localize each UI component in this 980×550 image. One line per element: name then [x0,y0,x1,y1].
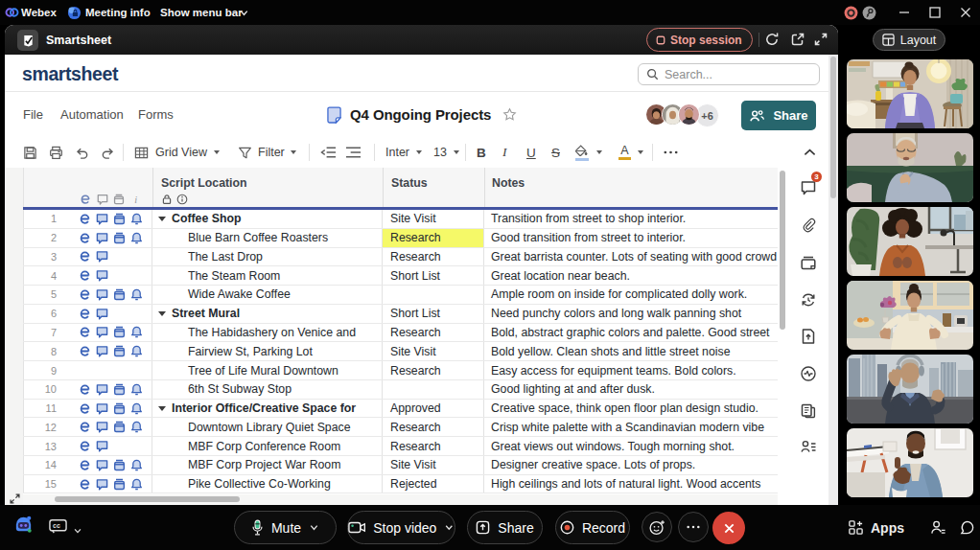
grid-row[interactable]: 5Wide Awake CoffeeAmple room on inside f… [23,286,778,305]
row-number[interactable]: 8 [23,342,73,360]
cell-status[interactable]: Research [382,361,483,379]
participant-video-p5[interactable] [847,355,973,424]
cell-script-location[interactable]: Pike Collective Co-Working [152,475,382,493]
publish-rail-icon[interactable] [800,328,817,345]
closed-captions-button[interactable] [49,518,67,538]
share-screen-button[interactable]: Share [467,511,543,544]
cell-status[interactable]: Research [382,418,483,436]
captions-chevron-icon[interactable] [73,522,82,539]
cell-script-location[interactable]: MBF Corp Project War Room [152,456,382,474]
row-number[interactable]: 9 [23,361,73,379]
strikethrough-button[interactable]: S [551,137,560,168]
comment-row-icon[interactable] [96,402,108,415]
proofs-rail-icon[interactable] [800,254,817,271]
grid-row[interactable]: 2Blue Barn Coffee RoastersResearchGood t… [23,229,778,248]
cell-script-location[interactable]: The Last Drop [152,248,382,266]
redo-button[interactable] [101,137,115,168]
font-color-button[interactable]: A [618,137,631,168]
cell-script-location[interactable]: Interior Office/Creative Space for [152,400,382,418]
cell-script-location[interactable]: MBF Corp Conference Room [152,437,382,455]
grid-row[interactable]: 14MBF Corp Project War RoomSite VisitDes… [23,456,778,475]
bell-row-icon[interactable] [130,402,143,415]
clip-row-icon[interactable] [79,421,91,433]
comment-row-icon[interactable] [96,250,108,263]
row-number[interactable]: 6 [23,305,73,323]
proof-column-icon[interactable] [113,194,125,205]
webex-menu[interactable]: Webex [21,0,57,25]
cell-notes[interactable]: Great views out windows. Tough morning s… [483,437,778,455]
clip-row-icon[interactable] [79,440,91,452]
comment-row-icon[interactable] [96,383,108,396]
column-header-primary[interactable]: Script Location [161,176,247,190]
comment-row-icon[interactable] [96,269,108,282]
box-row-icon[interactable] [113,326,126,338]
row-number[interactable]: 2 [23,229,73,247]
fill-color-button[interactable] [574,137,589,168]
search-input[interactable]: Search... [638,63,820,85]
cell-status[interactable]: Approved [382,400,483,418]
apps-button[interactable]: Apps [848,505,904,550]
clip-row-icon[interactable] [79,402,91,415]
comment-row-icon[interactable] [96,288,108,301]
underline-button[interactable]: U [526,137,536,168]
video-options-chevron-icon[interactable] [444,522,455,533]
minimize-button[interactable] [898,0,910,25]
cell-notes[interactable]: Good transition from street to interior. [483,229,778,247]
cell-status[interactable] [382,380,483,399]
refresh-button[interactable] [764,32,781,48]
row-number[interactable]: 7 [23,324,73,342]
collaborator-avatars[interactable]: +6 [645,103,719,126]
contacts-rail-icon[interactable] [800,438,817,455]
bold-button[interactable]: B [477,137,486,168]
bell-row-icon[interactable] [130,345,143,357]
grid-vertical-scrollbar[interactable] [780,171,785,330]
cell-status[interactable]: Site Visit [382,342,483,360]
reactions-button[interactable] [642,512,672,542]
meeting-info-menu[interactable]: Meeting info [85,0,151,25]
cell-notes[interactable]: Good lighting at and after dusk. [483,380,778,399]
cell-status[interactable]: Research [382,324,483,342]
chat-button[interactable] [959,505,975,550]
open-external-button[interactable] [790,32,806,48]
share-button[interactable]: Share [741,101,816,130]
attachment-column-icon[interactable] [80,194,91,205]
cell-notes[interactable]: Great location near beach. [483,266,778,285]
bell-row-icon[interactable] [130,232,143,244]
collapse-triangle-icon[interactable] [158,217,166,221]
font-selector[interactable]: Inter [385,137,422,168]
cell-notes[interactable]: Creative space, think open floor plan de… [483,400,778,418]
cell-notes[interactable]: Bold yellow. Clean shots and little stre… [483,342,778,360]
cell-script-location[interactable]: Street Mural [152,305,382,323]
cell-script-location[interactable]: 6th St Subway Stop [152,380,382,399]
column-header-notes[interactable]: Notes [492,176,525,190]
row-number[interactable]: 14 [23,456,73,474]
collapse-triangle-icon[interactable] [158,406,166,411]
row-number[interactable]: 12 [23,418,73,436]
grid-row[interactable]: 13MBF Corp Conference RoomResearchGreat … [23,437,778,456]
clip-row-icon[interactable] [79,326,91,338]
box-row-icon[interactable] [113,383,126,396]
stop-session-button[interactable]: Stop session [646,28,753,52]
box-row-icon[interactable] [113,288,126,301]
menu-file[interactable]: File [23,92,43,137]
info-column-icon[interactable] [130,194,142,205]
bell-row-icon[interactable] [130,421,143,433]
row-number[interactable]: 13 [23,437,73,455]
bell-row-icon[interactable] [130,478,143,491]
row-number[interactable]: 3 [23,248,73,266]
collapse-triangle-icon[interactable] [158,311,166,316]
cell-notes[interactable]: Designer creative space. Lots of props. [483,456,778,474]
show-menu-bar[interactable]: Show menu bar [160,0,243,25]
grid-row[interactable]: 1Coffee ShopSite VisitTransition from st… [23,210,778,229]
font-color-caret[interactable] [638,137,643,168]
row-number[interactable]: 10 [23,380,73,399]
cell-notes[interactable]: Transition from street to shop interior. [483,210,778,228]
update-requests-rail-icon[interactable] [800,291,817,309]
more-tools-button[interactable] [664,137,678,168]
close-button[interactable] [960,0,971,25]
cell-status[interactable]: Research [382,437,483,455]
comment-row-icon[interactable] [96,440,108,452]
cell-status[interactable]: Rejected [382,475,483,493]
fill-color-caret[interactable] [596,137,602,168]
cell-script-location[interactable]: Wide Awake Coffee [152,286,382,304]
